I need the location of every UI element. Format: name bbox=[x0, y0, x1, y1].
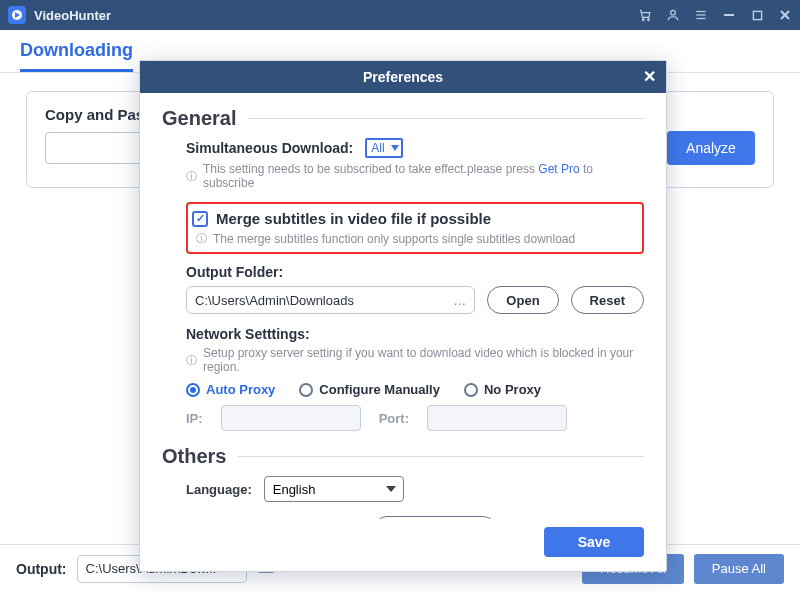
tab-downloading[interactable]: Downloading bbox=[20, 40, 133, 72]
info-icon bbox=[186, 353, 197, 368]
section-general-title: General bbox=[162, 107, 236, 130]
language-group: Language: English About: VideoHunter 2.2… bbox=[186, 476, 644, 519]
merge-subtitles-checkbox[interactable]: ✓ bbox=[192, 211, 208, 227]
svg-rect-9 bbox=[753, 11, 761, 19]
app-logo-icon bbox=[8, 6, 26, 24]
title-bar: VideoHunter bbox=[0, 0, 800, 30]
pause-all-button[interactable]: Pause All bbox=[694, 554, 784, 584]
proxy-manual-label: Configure Manually bbox=[319, 382, 440, 397]
section-others-title: Others bbox=[162, 445, 226, 468]
simultaneous-label: Simultaneous Download: bbox=[186, 140, 353, 156]
app-name: VideoHunter bbox=[34, 8, 111, 23]
minimize-icon[interactable] bbox=[722, 8, 736, 22]
merge-subtitles-label: Merge subtitles in video file if possibl… bbox=[216, 210, 491, 227]
output-folder-path: C:\Users\Admin\Downloads bbox=[195, 293, 354, 308]
open-folder-button[interactable]: Open bbox=[487, 286, 558, 314]
radio-icon bbox=[186, 383, 200, 397]
radio-icon bbox=[299, 383, 313, 397]
proxy-auto-label: Auto Proxy bbox=[206, 382, 275, 397]
browse-icon[interactable]: … bbox=[453, 293, 466, 308]
simultaneous-helper-pre: This setting needs to be subscribed to t… bbox=[203, 162, 535, 176]
close-icon[interactable]: ✕ bbox=[643, 67, 656, 86]
account-icon[interactable] bbox=[666, 8, 680, 22]
output-label: Output: bbox=[16, 561, 67, 577]
get-pro-link[interactable]: Get Pro bbox=[538, 162, 579, 176]
analyze-button[interactable]: Analyze bbox=[667, 131, 755, 165]
proxy-none-label: No Proxy bbox=[484, 382, 541, 397]
output-folder-group: Output Folder: C:\Users\Admin\Downloads … bbox=[186, 264, 644, 314]
svg-point-2 bbox=[642, 19, 644, 21]
merge-subtitles-helper: The merge subtitles function only suppor… bbox=[213, 232, 575, 246]
close-window-icon[interactable] bbox=[778, 8, 792, 22]
proxy-manual-radio[interactable]: Configure Manually bbox=[299, 382, 440, 397]
divider bbox=[238, 456, 644, 457]
divider bbox=[248, 118, 644, 119]
merge-subtitles-group: ✓ Merge subtitles in video file if possi… bbox=[186, 202, 644, 254]
simultaneous-select[interactable]: All bbox=[365, 138, 403, 158]
svg-point-3 bbox=[648, 19, 650, 21]
proxy-auto-radio[interactable]: Auto Proxy bbox=[186, 382, 275, 397]
cart-icon[interactable] bbox=[638, 8, 652, 22]
modal-header: Preferences ✕ bbox=[140, 61, 666, 93]
simultaneous-download-group: Simultaneous Download: All This setting … bbox=[186, 138, 644, 190]
reset-folder-button[interactable]: Reset bbox=[571, 286, 644, 314]
preferences-modal: Preferences ✕ General Simultaneous Downl… bbox=[139, 60, 667, 572]
port-label: Port: bbox=[379, 411, 409, 426]
svg-point-4 bbox=[671, 10, 676, 15]
menu-icon[interactable] bbox=[694, 8, 708, 22]
network-settings-label: Network Setttings: bbox=[186, 326, 310, 342]
port-input[interactable] bbox=[427, 405, 567, 431]
info-icon bbox=[186, 169, 197, 184]
proxy-none-radio[interactable]: No Proxy bbox=[464, 382, 541, 397]
output-folder-label: Output Folder: bbox=[186, 264, 283, 280]
network-settings-helper: Setup proxy server setting if you want t… bbox=[203, 346, 644, 374]
ip-input[interactable] bbox=[221, 405, 361, 431]
ip-label: IP: bbox=[186, 411, 203, 426]
language-select[interactable]: English bbox=[264, 476, 404, 502]
maximize-icon[interactable] bbox=[750, 8, 764, 22]
save-button[interactable]: Save bbox=[544, 527, 644, 557]
radio-icon bbox=[464, 383, 478, 397]
info-icon bbox=[196, 231, 207, 246]
modal-title: Preferences bbox=[363, 69, 443, 85]
language-label: Language: bbox=[186, 482, 252, 497]
output-folder-input[interactable]: C:\Users\Admin\Downloads … bbox=[186, 286, 475, 314]
network-settings-group: Network Setttings: Setup proxy server se… bbox=[186, 326, 644, 431]
